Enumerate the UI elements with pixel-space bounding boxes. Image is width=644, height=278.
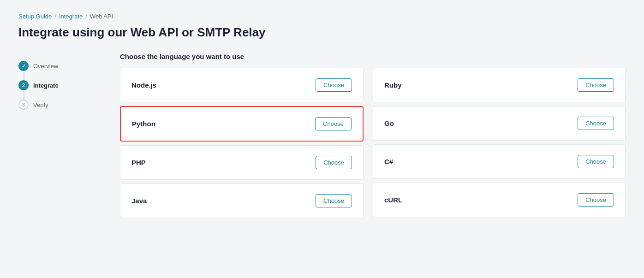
language-grid: Node.js Choose Python Choose PHP Choose …: [120, 68, 626, 222]
choose-button-go[interactable]: Choose: [578, 117, 614, 130]
step-label-overview: Overview: [33, 63, 58, 70]
language-card-java[interactable]: Java Choose: [120, 183, 364, 218]
language-name-curl: cURL: [384, 196, 402, 204]
language-card-curl[interactable]: cURL Choose: [373, 183, 626, 217]
choose-button-php[interactable]: Choose: [316, 156, 352, 169]
language-name-go: Go: [384, 119, 394, 127]
choose-button-python[interactable]: Choose: [315, 117, 352, 130]
step-circle-overview: ✓: [18, 61, 29, 71]
step-circle-integrate: 2: [18, 80, 29, 90]
language-name-ruby: Ruby: [384, 81, 402, 89]
breadcrumb-sep-2: /: [85, 13, 87, 20]
choose-button-ruby[interactable]: Choose: [578, 78, 614, 92]
breadcrumb-current: Web API: [90, 13, 113, 20]
sidebar-steps: ✓ Overview 2 Integrate 3 Verify: [18, 56, 111, 114]
main-content: Choose the language you want to use Node…: [111, 53, 626, 222]
language-card-go[interactable]: Go Choose: [373, 106, 626, 141]
page-title: Integrate using our Web API or SMTP Rela…: [18, 25, 626, 40]
choose-button-csharp[interactable]: Choose: [578, 155, 614, 168]
language-card-ruby[interactable]: Ruby Choose: [373, 68, 626, 102]
language-name-csharp: C#: [384, 158, 393, 166]
choose-button-java[interactable]: Choose: [316, 194, 352, 207]
step-circle-verify: 3: [18, 100, 29, 110]
step-overview[interactable]: ✓ Overview: [18, 56, 111, 76]
page-container: Setup Guide / Integrate / Web API Integr…: [0, 0, 644, 235]
section-title: Choose the language you want to use: [120, 53, 626, 60]
language-card-php[interactable]: PHP Choose: [120, 145, 364, 180]
breadcrumb-setup-guide[interactable]: Setup Guide: [18, 13, 52, 20]
language-card-nodejs[interactable]: Node.js Choose: [120, 68, 364, 102]
language-card-csharp[interactable]: C# Choose: [373, 144, 626, 179]
language-name-nodejs: Node.js: [131, 81, 156, 89]
breadcrumb-integrate[interactable]: Integrate: [59, 13, 83, 20]
step-label-verify: Verify: [33, 101, 48, 108]
language-name-python: Python: [132, 120, 155, 128]
right-column: Ruby Choose Go Choose C# Choose cURL Cho…: [373, 68, 626, 222]
left-column: Node.js Choose Python Choose PHP Choose …: [120, 68, 364, 222]
sidebar: ✓ Overview 2 Integrate 3 Verify: [18, 53, 111, 222]
language-name-php: PHP: [131, 159, 146, 166]
step-label-integrate: Integrate: [33, 82, 59, 89]
step-verify[interactable]: 3 Verify: [18, 95, 111, 114]
choose-button-nodejs[interactable]: Choose: [316, 78, 352, 92]
language-name-java: Java: [131, 197, 147, 205]
breadcrumb: Setup Guide / Integrate / Web API: [18, 13, 626, 20]
breadcrumb-sep-1: /: [54, 13, 56, 20]
choose-button-curl[interactable]: Choose: [578, 193, 614, 207]
language-card-python[interactable]: Python Choose: [120, 106, 364, 142]
content-area: ✓ Overview 2 Integrate 3 Verify Choose t…: [18, 53, 626, 222]
step-integrate[interactable]: 2 Integrate: [18, 76, 111, 95]
